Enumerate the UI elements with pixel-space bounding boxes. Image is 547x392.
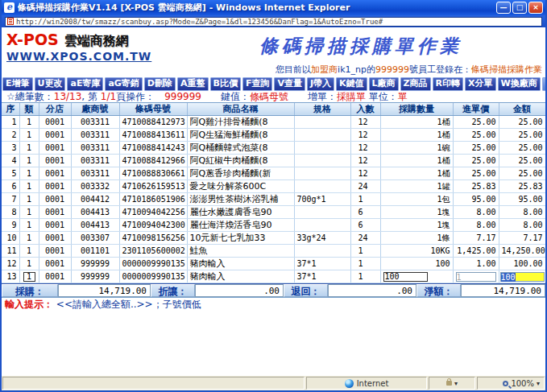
unit-price-input[interactable]: 1: [456, 272, 496, 282]
cell-seq: 5: [2, 167, 19, 180]
protected-mode-segment[interactable]: ▾: [429, 377, 475, 390]
purchase-qty-input[interactable]: [383, 272, 428, 282]
zoom-control[interactable]: 100% ▾: [477, 377, 545, 390]
toolbar-button-12[interactable]: L廠商: [369, 77, 399, 91]
address-bar: [2, 15, 545, 27]
text-segment: 條碼掃描採購作業: [471, 64, 542, 75]
cell-store: 0001: [39, 258, 71, 270]
cell-qty: 12: [350, 142, 380, 155]
column-header: 入數: [350, 103, 380, 116]
cell-spec: 37*1: [294, 258, 350, 270]
text-segment: 號員工登錄在：: [409, 64, 471, 75]
column-header: 進單價: [453, 103, 499, 116]
url-input[interactable]: [16, 18, 540, 26]
table-body: 1100010033114710088412973阿Q雞汁排骨桶麵(8121桶2…: [2, 116, 545, 283]
cell-store: 0001: [39, 245, 71, 258]
toolbar-button-15[interactable]: X分單: [465, 77, 495, 91]
toolbar-button-1[interactable]: E增筆: [2, 77, 33, 91]
page-header: X-POS 雲端商務網 WWW.XPOS.COM.TW 條碼掃描採購單作業 您目…: [2, 27, 545, 77]
cell-vendor: 004413: [71, 206, 119, 219]
toolbar-button-7[interactable]: B比價: [210, 77, 241, 91]
cell-price: 1.00: [453, 258, 499, 270]
toolbar-button-8[interactable]: F查詢: [242, 77, 273, 91]
logo-website: WWW.XPOS.COM.TW: [6, 50, 151, 63]
cell-name: 麗仕水嫩護膚香皂90: [187, 206, 294, 219]
zoom-dropdown-icon[interactable]: ▾: [537, 380, 540, 387]
toolbar-button-4[interactable]: aG寄銷: [105, 77, 142, 91]
cell-price: 8.00: [453, 206, 499, 219]
cell-price: 25.00: [453, 142, 499, 155]
column-header: 採購數量: [380, 103, 453, 116]
cell-pqty: 1罐: [380, 180, 453, 193]
cell-amount: 25.00: [499, 155, 545, 167]
text-segment: 鍵值：: [201, 91, 250, 102]
cell-cls: 1: [19, 206, 39, 219]
hint-text: <<請輸入總全額..>>；子號價低: [56, 299, 201, 310]
title-bar: e 條碼掃描採購作業V1.14 [X-POS 雲端商務網] - Windows …: [2, 0, 545, 15]
cell-store: 0001: [39, 116, 71, 129]
cell-seq: 13: [2, 270, 19, 283]
cell-qty: 1: [350, 270, 380, 283]
text-segment: 您目前以: [276, 64, 311, 75]
cell-amount: 25.83: [499, 180, 545, 193]
cell-qty: 24: [350, 232, 380, 245]
return-label: 退回：: [284, 284, 328, 297]
toolbar-button-14[interactable]: R印轉: [433, 77, 463, 91]
table-row: 7100010044124710186051906澎澎男性茶樹沐浴乳補700g*…: [2, 193, 545, 206]
text-segment: ik1_np: [338, 64, 367, 75]
table-row: 3100010033114710088414243阿Q桶麵韓式泡菜(8121碗2…: [2, 142, 545, 155]
toolbar-button-3[interactable]: aE寄庫: [67, 77, 103, 91]
close-button[interactable]: ×: [528, 2, 543, 14]
cell-vendor: 003311: [71, 167, 119, 180]
selected-text: 100: [501, 273, 516, 282]
cell-price: 25.00: [453, 167, 499, 180]
cell-amount: 95.00: [499, 193, 545, 206]
maximize-button[interactable]: □: [512, 2, 527, 14]
text-segment: 1/1: [101, 91, 116, 102]
page-icon: [7, 18, 14, 25]
cell-spec: 33g*24: [294, 232, 350, 245]
cell-price: 25.00: [453, 155, 499, 167]
toolbar-button-16[interactable]: W換廠商: [498, 77, 541, 91]
magnifier-icon: [503, 381, 508, 386]
toolbar-button-6[interactable]: A重整: [177, 77, 209, 91]
text-segment: 條碼母號: [250, 91, 288, 102]
cell-seq: 4: [2, 155, 19, 167]
net-value: 14,719.00: [461, 284, 545, 297]
table-row: 8100010044134710094042256麗仕水嫩護膚香皂9061塊8.…: [2, 206, 545, 219]
cell-amount: 25.00: [499, 129, 545, 142]
toolbar-button-17[interactable]: aH幫助: [542, 77, 545, 91]
minimize-button[interactable]: —: [496, 2, 511, 14]
cell-price: 25.00: [453, 129, 499, 142]
cell-price: 7.17: [453, 232, 499, 245]
cell-barcode: 4710626159513: [119, 180, 187, 193]
toolbar-button-5[interactable]: D刪除: [144, 77, 176, 91]
protected-dropdown-icon[interactable]: ▾: [454, 380, 458, 387]
class-input[interactable]: [23, 272, 35, 282]
toolbar-button-11[interactable]: K鍵值: [336, 77, 367, 91]
ie-logo-icon: e: [4, 2, 15, 13]
column-header: 條碼母號: [119, 103, 187, 116]
cell-cls: 1: [19, 167, 39, 180]
cell-amount: 25.00: [499, 167, 545, 180]
cell-pqty: 1桶: [380, 155, 453, 167]
toolbar-button-9[interactable]: V查量: [274, 77, 305, 91]
cell-pqty: 1桶: [380, 129, 453, 142]
purchase-table: 序類分店廠商號條碼母號商品名稱規格入數採購數量進單價金額 11000100331…: [2, 103, 545, 283]
table-row: 5100010033114710088830661阿Q蔥香珍肉桶麵(新121桶2…: [2, 167, 545, 180]
toolbar-button-13[interactable]: Z商品: [400, 77, 431, 91]
amount-input[interactable]: 100: [500, 272, 545, 282]
cell-barcode: 4710088412966: [119, 155, 187, 167]
toolbar-button-10[interactable]: J帶入: [307, 77, 334, 91]
cell-seq: 8: [2, 206, 19, 219]
login-status: 您目前以加盟商ik1_np的999999號員工登錄在：條碼掃描採購作業: [276, 64, 542, 76]
table-row: 6100010033324710626159513愛之味分解茶600C241罐2…: [2, 180, 545, 193]
cell-name: 阿Q生猛海鮮桶麵(8: [187, 129, 294, 142]
cell-pqty: 10KG: [380, 245, 453, 258]
cell-qty: 12: [350, 167, 380, 180]
cell-store: 0001: [39, 142, 71, 155]
text-segment: , 第: [81, 91, 100, 102]
cell-cls: 1: [19, 180, 39, 193]
cell-amount: 14,250.00: [499, 245, 545, 258]
toolbar-button-2[interactable]: U更改: [35, 77, 66, 91]
